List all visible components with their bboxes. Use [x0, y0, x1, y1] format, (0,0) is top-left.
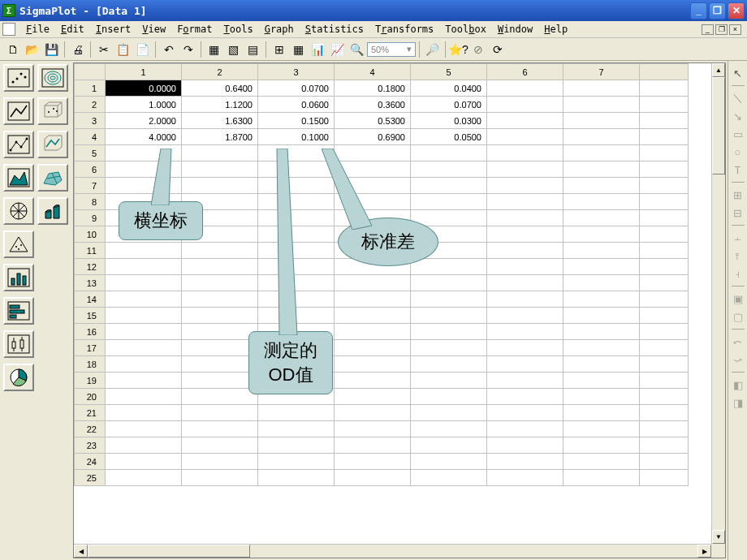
cell[interactable] [563, 340, 640, 356]
row-header[interactable]: 4 [75, 129, 106, 145]
cell[interactable]: 0.5300 [335, 113, 411, 129]
align-right-button[interactable]: ⫞ [731, 266, 745, 281]
scatter-plot-button[interactable] [3, 64, 34, 92]
row-header[interactable]: 1 [75, 80, 106, 97]
row-header[interactable]: 24 [75, 454, 106, 470]
cell[interactable] [640, 145, 689, 162]
cell[interactable] [182, 421, 258, 437]
cell[interactable] [640, 291, 689, 308]
cell[interactable] [182, 145, 258, 162]
view-data-button[interactable]: ▦ [205, 41, 223, 58]
cell[interactable] [640, 194, 689, 210]
row-header[interactable]: 6 [75, 162, 106, 178]
cell[interactable] [487, 145, 563, 162]
row-header[interactable]: 12 [75, 259, 106, 275]
open-button[interactable]: 📂 [23, 41, 41, 58]
new-page-button[interactable]: ▤ [244, 41, 262, 58]
cell[interactable] [640, 243, 689, 259]
cell[interactable] [106, 275, 182, 291]
cell[interactable]: 0.0300 [411, 113, 487, 129]
menu-file[interactable]: File [20, 22, 55, 37]
cell[interactable] [487, 210, 563, 226]
cell[interactable] [640, 356, 689, 373]
cell[interactable] [411, 405, 487, 421]
regression-button[interactable]: 📈 [328, 41, 347, 58]
pie-chart-button[interactable] [3, 364, 34, 391]
cell[interactable] [182, 356, 258, 373]
scroll-right-arrow[interactable]: ▶ [697, 545, 711, 558]
refresh-button[interactable]: ⟳ [488, 41, 507, 58]
scroll-up-arrow[interactable]: ▲ [712, 63, 725, 77]
cell[interactable] [640, 129, 689, 145]
cell[interactable] [258, 421, 335, 437]
cell[interactable] [411, 421, 487, 437]
cell[interactable] [106, 437, 182, 454]
cell[interactable] [106, 405, 182, 421]
cell[interactable] [563, 226, 640, 243]
cell[interactable] [106, 340, 182, 356]
cell[interactable]: 1.6300 [182, 113, 258, 129]
cell[interactable] [335, 373, 411, 389]
scroll-v-thumb[interactable] [712, 77, 725, 174]
cell[interactable] [487, 291, 563, 308]
scroll-h-thumb[interactable] [88, 545, 250, 558]
cell[interactable] [487, 356, 563, 373]
cell[interactable] [487, 113, 563, 129]
vertical-scrollbar[interactable]: ▲ ▼ [711, 63, 725, 544]
row-header[interactable]: 9 [75, 210, 106, 226]
menu-format[interactable]: Format [171, 22, 218, 37]
cell[interactable] [335, 308, 411, 324]
cell[interactable] [106, 454, 182, 470]
row-header[interactable]: 2 [75, 97, 106, 113]
cell[interactable] [106, 356, 182, 373]
cell[interactable] [640, 470, 689, 486]
pointer-tool[interactable]: ↖ [731, 66, 745, 80]
cell[interactable] [563, 178, 640, 194]
3d-line-button[interactable] [37, 131, 68, 158]
cell[interactable] [487, 324, 563, 340]
cell[interactable] [487, 129, 563, 145]
cell[interactable] [563, 129, 640, 145]
row-header[interactable]: 17 [75, 340, 106, 356]
data-grid[interactable]: 123456710.00000.64000.07000.18000.040021… [74, 63, 725, 558]
cell[interactable]: 0.6900 [335, 129, 411, 145]
rotate-right-button[interactable]: ⤻ [731, 352, 745, 367]
menu-edit[interactable]: Edit [55, 22, 90, 37]
cell[interactable] [335, 324, 411, 340]
cell[interactable] [106, 308, 182, 324]
cell[interactable] [106, 243, 182, 259]
horizontal-scrollbar[interactable]: ◀ ▶ [74, 544, 711, 558]
row-header[interactable]: 3 [75, 113, 106, 129]
cell[interactable]: 0.1000 [258, 129, 335, 145]
zoom-combo[interactable]: 50%▾ [367, 42, 416, 57]
cell[interactable] [411, 389, 487, 405]
cell[interactable] [640, 97, 689, 113]
row-header[interactable]: 21 [75, 405, 106, 421]
contour-plot-button[interactable] [37, 64, 68, 92]
cell[interactable] [563, 356, 640, 373]
cell[interactable] [563, 97, 640, 113]
print-button[interactable]: 🖨 [68, 41, 87, 58]
cell[interactable] [640, 421, 689, 437]
cell[interactable] [106, 470, 182, 486]
cell[interactable]: 4.0000 [106, 129, 182, 145]
menu-transforms[interactable]: Transforms [369, 22, 439, 37]
cell[interactable] [182, 162, 258, 178]
graph-wizard-button[interactable]: 📊 [309, 41, 327, 58]
new-button[interactable]: 🗋 [3, 41, 22, 58]
row-header[interactable]: 16 [75, 324, 106, 340]
cell[interactable] [563, 308, 640, 324]
cell[interactable] [563, 210, 640, 226]
cell[interactable] [640, 210, 689, 226]
box-plot-button[interactable] [3, 330, 34, 358]
cell[interactable] [640, 113, 689, 129]
row-header[interactable]: 8 [75, 194, 106, 210]
cell[interactable]: 1.1200 [182, 97, 258, 113]
view-page-button[interactable]: ▧ [224, 41, 243, 58]
cell[interactable] [640, 259, 689, 275]
cell[interactable] [640, 226, 689, 243]
cell[interactable] [182, 243, 258, 259]
cell[interactable] [487, 308, 563, 324]
cell[interactable] [563, 145, 640, 162]
cell[interactable] [182, 454, 258, 470]
